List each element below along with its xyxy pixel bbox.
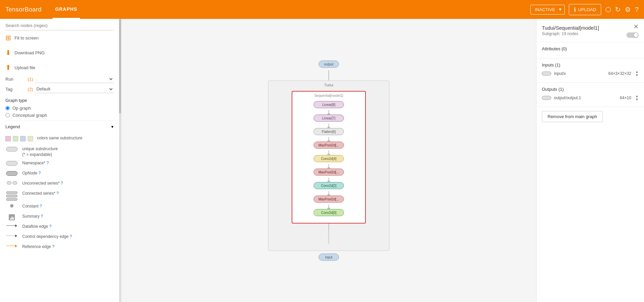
legend-summary-row: Summary ? [5, 214, 114, 221]
tag-count: (2) [28, 87, 33, 92]
legend-reference-row: Reference edge ? [5, 244, 114, 251]
right-panel-subtitle: Subgraph: 19 nodes [542, 31, 599, 36]
node-conv0-btn[interactable]: Conv2d[0] [314, 209, 344, 216]
right-panel-header: Tudui/Sequential[model1] Subgraph: 19 no… [536, 19, 644, 42]
input-stepper[interactable]: ▲ ▼ [635, 70, 639, 77]
node-maxpool5-btn[interactable]: MaxPool2d[... [314, 141, 344, 148]
conceptual-graph-radio-row[interactable]: Conceptual graph [5, 113, 114, 118]
right-panel: Tudui/Sequential[model1] Subgraph: 19 no… [536, 19, 644, 302]
output-stepper[interactable]: ▲ ▼ [635, 94, 639, 101]
tudui-label: Tudui [324, 83, 333, 87]
right-panel-title: Tudui/Sequential[model1] [542, 25, 599, 31]
input-shape-icon [542, 72, 551, 76]
legend-unconnected-row: Unconnected series* ? [5, 181, 114, 188]
subgraph-toggle[interactable] [626, 32, 639, 38]
attributes-title: Attributes (0) [542, 46, 639, 51]
settings-icon[interactable]: ⚙ [625, 5, 631, 13]
sidebar-scrollbar-thumb[interactable] [119, 19, 121, 113]
legend-colors-row: colors same substructure [5, 135, 114, 143]
node-linear8: Linear[8] [297, 101, 360, 108]
legend-header[interactable]: Legend ▾ [5, 120, 114, 133]
node-maxpool1: MaxPool2d[... [297, 195, 360, 202]
header-right: INACTIVE ▼ ℹ UPLOAD ⬡ ↻ ⚙ ? [530, 4, 639, 15]
graph-type-title: Graph type [5, 98, 114, 103]
legend-connected-row: Connected series* ? [5, 191, 114, 201]
legend-unconnected-icon [5, 181, 18, 185]
remove-from-main-graph-button[interactable]: Remove from main graph [542, 111, 603, 122]
input-row: input/x 64×3×32×32 ▲ ▼ [542, 70, 639, 77]
tag-select[interactable]: Default [35, 85, 114, 93]
legend-unconnected-text: Unconnected series* ? [22, 181, 63, 186]
op-graph-label: Op graph [12, 106, 31, 111]
legend-unique-icon [5, 147, 18, 152]
node-conv2: Conv2d[2] [297, 182, 360, 189]
op-graph-radio[interactable] [5, 106, 10, 110]
help-icon[interactable]: ? [635, 6, 639, 13]
input-name: input/x [554, 71, 606, 76]
tag-label: Tag [5, 87, 26, 92]
legend-namespace-icon [5, 161, 18, 166]
attributes-section: Attributes (0) [536, 42, 644, 58]
legend-reference-text: Reference edge ? [22, 244, 54, 250]
graph-container: output Tudui Sequential[model1] Linear[8… [268, 60, 389, 260]
legend-connected-icon [5, 191, 18, 201]
conceptual-graph-label: Conceptual graph [12, 113, 47, 118]
outputs-section: Outputs (1) output/output.1 64×10 ▲ ▼ [536, 83, 644, 107]
run-status-select[interactable]: INACTIVE [530, 5, 565, 15]
curved-connector-svg [298, 230, 359, 244]
node-maxpool3-btn[interactable]: MaxPool2d[... [314, 168, 344, 175]
legend-colors-icon [5, 136, 33, 143]
tag-row: Tag (2) Default [5, 85, 114, 93]
input-node: input [319, 253, 339, 260]
legend-dataflow-row: Dataflow edge ? [5, 224, 114, 231]
legend-namespace-text: Namespace* ? [22, 160, 49, 166]
legend-dataflow-text: Dataflow edge ? [22, 224, 52, 229]
legend-chevron-icon: ▾ [111, 124, 114, 129]
node-conv2-btn[interactable]: Conv2d[2] [314, 182, 344, 189]
search-input[interactable] [5, 19, 114, 30]
refresh-icon[interactable]: ↻ [615, 5, 621, 13]
node-flatten6: Flatten[6] [297, 128, 360, 135]
input-value: 64×3×32×32 [608, 71, 631, 76]
theme-icon[interactable]: ⬡ [605, 5, 611, 13]
legend-unique-text: unique substructure (* = expandable) [22, 146, 58, 158]
legend-unique-row: unique substructure (* = expandable) [5, 146, 114, 158]
node-maxpool1-btn[interactable]: MaxPool2d[... [314, 195, 344, 202]
sequential-box[interactable]: Sequential[model1] Linear[8] Linear[7] F… [292, 91, 366, 223]
node-flatten6-btn[interactable]: Flatten[6] [314, 128, 344, 135]
run-select[interactable]: . [35, 75, 114, 83]
op-graph-radio-row[interactable]: Op graph [5, 106, 114, 111]
node-linear7: Linear[7] [297, 114, 360, 121]
node-linear7-btn[interactable]: Linear[7] [314, 114, 344, 121]
inputs-title: Inputs (1) [542, 62, 639, 67]
legend-opnode-icon [5, 171, 18, 176]
node-maxpool5: MaxPool2d[... [297, 141, 360, 148]
upload-file-action[interactable]: ⬆ Upload file [5, 60, 114, 75]
legend-constant-text: Constant ? [22, 203, 42, 209]
legend-namespace-row: Namespace* ? [5, 160, 114, 168]
download-png-action[interactable]: ⬇ Download PNG [5, 45, 114, 60]
canvas-area[interactable]: output Tudui Sequential[model1] Linear[8… [121, 19, 536, 302]
header: TensorBoard GRAPHS INACTIVE ▼ ℹ UPLOAD ⬡… [0, 0, 644, 19]
top-connector-line [328, 70, 329, 80]
upload-icon: ℹ [574, 6, 576, 13]
upload-button[interactable]: ℹ UPLOAD [569, 4, 601, 15]
node-linear8-btn[interactable]: Linear[8] [314, 101, 344, 108]
nav-tab-graphs[interactable]: GRAPHS [53, 0, 80, 19]
node-conv4-btn[interactable]: Conv2d[4] [314, 155, 344, 162]
fit-to-screen-action[interactable]: ⊞ Fit to screen [5, 30, 114, 45]
output-value: 64×10 [620, 95, 631, 100]
legend-dataflow-icon [5, 224, 18, 227]
legend-opnode-text: OpNode ? [22, 170, 41, 176]
run-count: (1) [28, 77, 33, 82]
sidebar-scrollbar[interactable] [119, 19, 121, 302]
upload-file-label: Upload file [14, 65, 35, 70]
legend-title: Legend [5, 124, 20, 129]
close-icon[interactable]: ✕ [634, 23, 639, 30]
legend-control-dep-icon [5, 235, 18, 237]
download-png-label: Download PNG [14, 50, 45, 55]
conceptual-graph-radio[interactable] [5, 113, 10, 117]
upload-file-icon: ⬆ [5, 63, 11, 72]
outputs-title: Outputs (1) [542, 87, 639, 92]
node-conv4: Conv2d[4] [297, 155, 360, 162]
